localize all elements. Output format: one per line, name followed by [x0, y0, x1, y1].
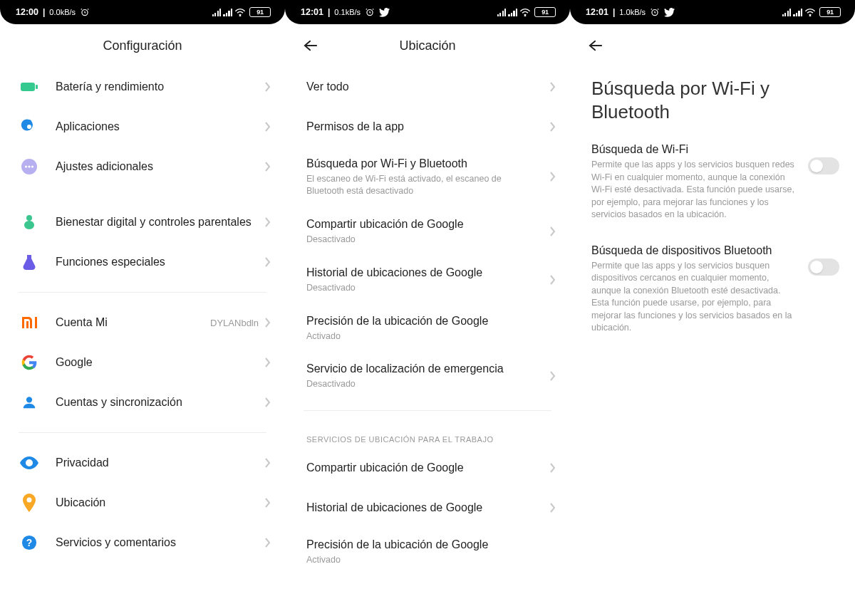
- svg-point-8: [31, 165, 33, 167]
- status-bar: 12:00 | 0.0kB/s 91: [0, 0, 285, 24]
- row-label: Google: [56, 355, 264, 370]
- chevron-right-icon: [264, 256, 271, 268]
- row-apps[interactable]: Aplicaciones: [0, 107, 285, 147]
- back-button[interactable]: [583, 33, 608, 58]
- svg-point-9: [26, 215, 32, 221]
- row-subtitle: Activado: [306, 330, 550, 343]
- phone-settings: 12:00 | 0.0kB/s 91 Configuración: [0, 0, 285, 616]
- row-label: Bienestar digital y controles parentales: [56, 215, 264, 229]
- app-header: [570, 24, 855, 67]
- svg-point-15: [524, 16, 525, 16]
- row-services[interactable]: ? Servicios y comentarios: [0, 523, 285, 563]
- svg-point-1: [239, 16, 240, 16]
- row-label: Batería y rendimiento: [56, 80, 264, 94]
- row-label: Cuenta Mi: [56, 315, 210, 330]
- row-google-location-history[interactable]: Historial de ubicaciones de Google Desac…: [285, 256, 570, 304]
- svg-point-4: [27, 125, 31, 129]
- row-privacy[interactable]: Privacidad: [0, 443, 285, 483]
- row-special[interactable]: Funciones especiales: [0, 242, 285, 282]
- back-button[interactable]: [298, 33, 323, 58]
- chevron-right-icon: [549, 171, 556, 182]
- row-work-location-history[interactable]: Historial de ubicaciones de Google: [285, 488, 570, 528]
- mi-logo-icon: [19, 315, 40, 330]
- svg-rect-2: [21, 83, 35, 91]
- row-subtitle: Desactivado: [306, 234, 544, 246]
- wellbeing-icon: [19, 214, 40, 231]
- status-time: 12:01: [301, 7, 323, 17]
- wifi-icon: [234, 8, 246, 16]
- signal-icon: [782, 9, 792, 16]
- status-right: 91: [782, 7, 841, 17]
- app-header: Ubicación: [285, 24, 570, 67]
- apps-icon: [19, 118, 40, 135]
- app-header: Configuración: [0, 24, 285, 67]
- battery-icon: 91: [819, 7, 841, 17]
- row-value: DYLANbdln: [210, 318, 259, 328]
- status-kbs: 0.1kB/s: [334, 8, 361, 16]
- row-label: Historial de ubicaciones de Google: [306, 266, 544, 280]
- row-bluetooth-scanning[interactable]: Búsqueda de dispositivos Bluetooth Permi…: [570, 231, 855, 345]
- chevron-right-icon: [264, 81, 271, 93]
- svg-point-17: [809, 16, 810, 16]
- settings-list: Batería y rendimiento Aplicaciones Ajust…: [0, 67, 285, 563]
- status-bar: 12:01 | 1.0kB/s 91: [570, 0, 855, 24]
- row-see-all[interactable]: Ver todo: [285, 67, 570, 107]
- phone-scan: 12:01 | 1.0kB/s 91 Búsqueda por Wi-Fi y …: [570, 0, 855, 616]
- row-google-location-share[interactable]: Compartir ubicación de Google Desactivad…: [285, 207, 570, 256]
- row-location[interactable]: Ubicación: [0, 483, 285, 523]
- row-label: Cuentas y sincronización: [56, 395, 264, 409]
- signal-icon: [497, 9, 507, 16]
- divider: [19, 432, 266, 433]
- row-mi-account[interactable]: Cuenta Mi DYLANbdln: [0, 303, 285, 343]
- signal-icon: [508, 9, 517, 16]
- status-right: 91: [212, 7, 271, 17]
- page-title: Ubicación: [399, 38, 455, 53]
- battery-icon: 91: [249, 7, 271, 17]
- twitter-icon: [664, 8, 675, 17]
- chevron-right-icon: [264, 357, 271, 368]
- row-google[interactable]: Google: [0, 343, 285, 382]
- row-google-location-accuracy[interactable]: Precisión de la ubicación de Google Acti…: [285, 304, 570, 353]
- toggle-bluetooth-scanning[interactable]: [808, 259, 839, 276]
- battery-icon: 91: [534, 7, 556, 17]
- row-subtitle: El escaneo de Wi-Fi está activado, el es…: [306, 173, 544, 197]
- row-label: Precisión de la ubicación de Google: [306, 314, 550, 328]
- phone-location: 12:01 | 0.1kB/s 91 Ubicación Ver todo: [285, 0, 570, 616]
- chevron-right-icon: [549, 121, 556, 132]
- row-label: Servicio de localización de emergencia: [306, 362, 544, 376]
- person-icon: [19, 395, 40, 410]
- wifi-icon: [519, 8, 531, 16]
- dots-icon: [19, 158, 40, 175]
- row-subtitle: Activado: [306, 554, 550, 566]
- row-label: Ver todo: [306, 80, 544, 94]
- chevron-right-icon: [264, 317, 271, 328]
- row-label: Funciones especiales: [56, 255, 264, 269]
- svg-rect-3: [36, 85, 38, 89]
- row-subtitle: Desactivado: [306, 378, 544, 390]
- row-additional[interactable]: Ajustes adicionales: [0, 147, 285, 187]
- row-emergency-location[interactable]: Servicio de localización de emergencia D…: [285, 352, 570, 400]
- row-label: Compartir ubicación de Google: [306, 461, 544, 475]
- row-wifi-scanning[interactable]: Búsqueda de Wi-Fi Permite que las apps y…: [570, 130, 855, 231]
- chevron-right-icon: [549, 274, 556, 286]
- row-work-location-share[interactable]: Compartir ubicación de Google: [285, 448, 570, 488]
- row-label: Ajustes adicionales: [56, 160, 264, 174]
- row-work-location-accuracy[interactable]: Precisión de la ubicación de Google Acti…: [285, 528, 570, 576]
- toggle-wifi-scanning[interactable]: [808, 157, 839, 174]
- row-app-permissions[interactable]: Permisos de la app: [285, 107, 570, 147]
- row-label: Precisión de la ubicación de Google: [306, 538, 550, 552]
- chevron-right-icon: [264, 121, 271, 132]
- row-subtitle: Desactivado: [306, 282, 544, 294]
- wifi-icon: [804, 8, 816, 16]
- page-title: Configuración: [103, 38, 182, 53]
- alarm-icon: [650, 7, 660, 17]
- chevron-right-icon: [264, 497, 271, 508]
- row-label: Búsqueda por Wi-Fi y Bluetooth: [306, 157, 544, 171]
- row-wifi-bt-scan[interactable]: Búsqueda por Wi-Fi y Bluetooth El escane…: [285, 147, 570, 207]
- twitter-icon: [379, 8, 390, 17]
- row-battery[interactable]: Batería y rendimiento: [0, 67, 285, 107]
- row-sync[interactable]: Cuentas y sincronización: [0, 382, 285, 422]
- row-wellbeing[interactable]: Bienestar digital y controles parentales: [0, 202, 285, 242]
- status-kbs: 1.0kB/s: [619, 8, 646, 16]
- svg-point-11: [28, 461, 31, 465]
